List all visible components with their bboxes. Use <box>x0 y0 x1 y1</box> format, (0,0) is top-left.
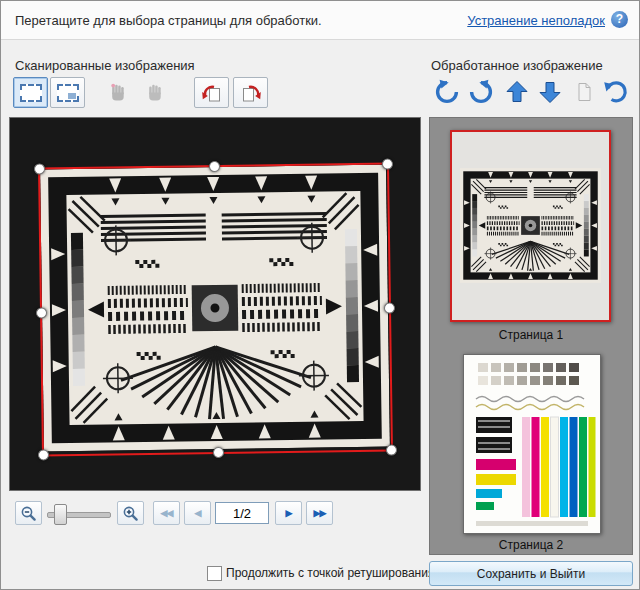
top-instruction-bar: Перетащите для выбора страницы для обраб… <box>1 1 639 40</box>
page-2-thumbnail-image <box>464 355 600 533</box>
crop-selection[interactable] <box>38 163 393 457</box>
first-page-button[interactable]: ◀◀ <box>153 501 180 525</box>
retouch-hand-button[interactable] <box>101 77 135 108</box>
page-number-field[interactable] <box>215 502 269 524</box>
scan-preview-area <box>9 117 421 491</box>
processed-pages-panel: Страница 1 <box>429 117 633 555</box>
first-page-icon: ◀◀ <box>161 508 173 518</box>
crop-handle[interactable] <box>209 161 220 172</box>
crop-frame-button[interactable] <box>13 77 48 108</box>
delete-page-icon <box>572 80 596 104</box>
retouch-hand-icon <box>109 83 128 102</box>
page-2-thumbnail[interactable] <box>463 354 601 534</box>
last-page-button[interactable]: ▶▶ <box>306 501 333 525</box>
rotate-ccw-button[interactable] <box>431 76 462 107</box>
instruction-text: Перетащите для выбора страницы для обраб… <box>15 13 322 28</box>
page-1-label: Страница 1 <box>430 328 632 342</box>
prev-page-icon: ◀ <box>195 508 201 518</box>
prev-page-button[interactable]: ◀ <box>184 501 211 525</box>
retouch-point-checkbox[interactable] <box>207 566 222 581</box>
move-up-button[interactable] <box>501 76 532 107</box>
scan-utility-window: Перетащите для выбора страницы для обраб… <box>0 0 640 590</box>
zoom-slider-thumb[interactable] <box>54 504 67 525</box>
zoom-out-button[interactable] <box>15 501 42 525</box>
zoom-out-icon <box>20 505 37 522</box>
page-2-label: Страница 2 <box>430 538 632 552</box>
page-1-thumbnail[interactable] <box>450 130 611 322</box>
rotate-page-right-button[interactable] <box>233 77 268 108</box>
undo-button[interactable] <box>600 76 631 107</box>
save-and-exit-button[interactable]: Сохранить и Выйти <box>429 561 633 586</box>
page-1-thumbnail-image <box>460 168 601 283</box>
rotate-ccw-icon <box>434 79 460 105</box>
crop-handle[interactable] <box>386 444 397 455</box>
rotate-cw-button[interactable] <box>465 76 496 107</box>
retouch-point-checkbox-label: Продолжить с точкой ретуширования <box>226 566 434 580</box>
pan-hand-button[interactable] <box>138 77 172 108</box>
zoom-in-icon <box>122 505 139 522</box>
rotate-page-left-button[interactable] <box>194 77 229 108</box>
crop-handle[interactable] <box>382 159 393 170</box>
delete-page-button[interactable] <box>568 76 599 107</box>
auto-crop-icon <box>57 84 79 102</box>
crop-handle[interactable] <box>36 307 47 318</box>
rotate-page-left-icon <box>201 83 223 103</box>
processed-image-title: Обработанное изображение <box>431 58 603 73</box>
next-page-button[interactable]: ▶ <box>275 501 302 525</box>
next-page-icon: ▶ <box>286 508 292 518</box>
zoom-in-button[interactable] <box>117 501 144 525</box>
crop-frame-icon <box>20 84 42 102</box>
crop-handle[interactable] <box>38 449 49 460</box>
help-icon[interactable]: ? <box>611 11 628 28</box>
pan-hand-icon <box>146 83 165 102</box>
last-page-icon: ▶▶ <box>314 508 326 518</box>
move-up-icon <box>504 79 530 105</box>
rotate-cw-icon <box>468 79 494 105</box>
auto-crop-button[interactable] <box>50 77 85 108</box>
crop-handle[interactable] <box>213 447 224 458</box>
troubleshoot-link[interactable]: Устранение неполадок <box>467 13 605 28</box>
rotate-page-right-icon <box>240 83 262 103</box>
undo-icon <box>603 79 629 105</box>
move-down-button[interactable] <box>534 76 565 107</box>
crop-handle[interactable] <box>34 163 45 174</box>
crop-handle[interactable] <box>384 302 395 313</box>
move-down-icon <box>537 79 563 105</box>
scanned-images-title: Сканированные изображения <box>15 58 195 73</box>
